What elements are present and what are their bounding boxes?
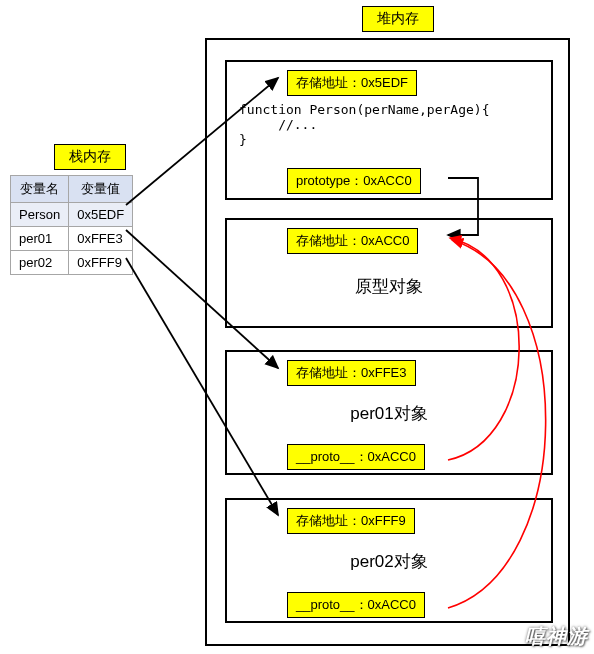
stack-header-value: 变量值 [69,176,133,203]
proto-addr-label: 存储地址：0xACC0 [287,228,418,254]
watermark: 嘻神游 [525,623,588,650]
stack-title: 栈内存 [54,144,126,170]
stack-table: 变量名 变量值 Person 0x5EDF per01 0xFFE3 per02… [10,175,133,275]
per02-proto-label: __proto__：0xACC0 [287,592,425,618]
heap-container: 存储地址：0x5EDF function Person(perName,perA… [205,38,570,646]
person-addr-label: 存储地址：0x5EDF [287,70,417,96]
per02-object-box: 存储地址：0xFFF9 per02对象 __proto__：0xACC0 [225,498,553,623]
stack-header-name: 变量名 [11,176,69,203]
proto-obj-label: 原型对象 [227,275,551,298]
table-row: per02 0xFFF9 [11,251,133,275]
table-row: Person 0x5EDF [11,203,133,227]
person-code: function Person(perName,perAge){ //... } [239,102,489,147]
per01-proto-label: __proto__：0xACC0 [287,444,425,470]
heap-title: 堆内存 [362,6,434,32]
per01-label: per01对象 [227,402,551,425]
person-function-box: 存储地址：0x5EDF function Person(perName,perA… [225,60,553,200]
person-prototype-label: prototype：0xACC0 [287,168,421,194]
table-row: per01 0xFFE3 [11,227,133,251]
per01-addr-label: 存储地址：0xFFE3 [287,360,416,386]
prototype-object-box: 存储地址：0xACC0 原型对象 [225,218,553,328]
per02-label: per02对象 [227,550,551,573]
per01-object-box: 存储地址：0xFFE3 per01对象 __proto__：0xACC0 [225,350,553,475]
per02-addr-label: 存储地址：0xFFF9 [287,508,415,534]
